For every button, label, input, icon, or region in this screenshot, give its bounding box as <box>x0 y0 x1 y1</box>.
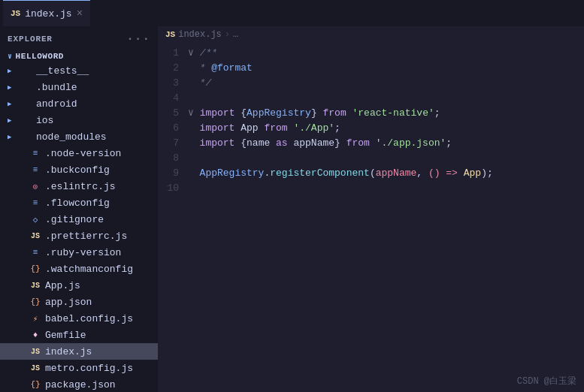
code-line-7: import {name as appName} from './app.jso… <box>188 136 569 151</box>
token: appName <box>293 137 334 149</box>
code-line-6: import App from './App'; <box>188 121 569 136</box>
token: } <box>334 137 340 149</box>
sidebar-file--watchmanconfig[interactable]: {}.watchmanconfig <box>0 261 158 277</box>
section-label: HELLOWORD <box>16 52 64 61</box>
token: ; <box>434 107 440 119</box>
folder-chevron-icon: ▶ <box>8 116 17 125</box>
main-layout: Explorer ··· ∨ HELLOWORD ▶__tests__▶.bun… <box>0 26 584 392</box>
sidebar-file--eslintrc-js[interactable]: ⊙.eslintrc.js <box>0 178 158 194</box>
file-name: android <box>36 98 77 110</box>
line-number-10: 10 <box>158 181 179 196</box>
file-icon: ⚡ <box>30 314 41 324</box>
token <box>188 167 200 179</box>
file-icon: ≡ <box>30 198 41 207</box>
token: ∨ <box>188 47 200 59</box>
code-line-5: ∨ import {AppRegistry} from 'react-nativ… <box>188 106 569 121</box>
sidebar-file-android[interactable]: ▶android <box>0 95 158 112</box>
line-number-1: 1 <box>158 46 179 61</box>
token: appName <box>376 167 417 179</box>
token: * <box>188 62 211 74</box>
file-icon: ≡ <box>30 165 41 174</box>
token: { <box>241 137 247 149</box>
code-line-1: ∨ /** <box>188 46 569 61</box>
file-icon: JS <box>30 364 41 372</box>
code-line-9: AppRegistry.registerComponent(appName, (… <box>188 166 569 181</box>
breadcrumb: JS index.js › … <box>158 26 584 43</box>
tab-index-js[interactable]: JS index.js × <box>3 0 90 26</box>
file-name: .prettierrc.js <box>45 231 127 242</box>
file-icon: {} <box>30 297 41 306</box>
file-icon: {} <box>30 264 41 273</box>
line-number-4: 4 <box>158 91 179 106</box>
sidebar-file--ruby-version[interactable]: ≡.ruby-version <box>0 244 158 261</box>
file-name: .gitignore <box>45 214 104 225</box>
file-icon: {} <box>30 380 41 389</box>
file-name: __tests__ <box>36 65 89 77</box>
token: App <box>241 122 258 134</box>
sidebar-file-Gemfile[interactable]: ♦Gemfile <box>0 327 158 343</box>
file-name: babel.config.js <box>45 313 133 324</box>
file-icon: ≡ <box>30 248 41 257</box>
token: ∨ <box>188 107 200 119</box>
sidebar-file-App-js[interactable]: JSApp.js <box>0 277 158 294</box>
folder-chevron-icon: ▶ <box>8 133 17 141</box>
token: registerComponent <box>270 167 370 179</box>
folder-chevron-icon: ▶ <box>8 83 17 92</box>
sidebar-menu-button[interactable]: ··· <box>126 32 150 46</box>
token: import <box>200 107 241 119</box>
code-line-2: * @format <box>188 61 569 76</box>
tab-close-button[interactable]: × <box>77 8 83 19</box>
sidebar-file--flowconfig[interactable]: ≡.flowconfig <box>0 194 158 211</box>
file-icon: JS <box>30 232 41 240</box>
token: } <box>311 107 317 119</box>
sidebar-file-babel-config-js[interactable]: ⚡babel.config.js <box>0 310 158 327</box>
sidebar-file-ios[interactable]: ▶ios <box>0 112 158 128</box>
sidebar-file-package-json[interactable]: {}package.json <box>0 376 158 392</box>
sidebar-file-app-json[interactable]: {}app.json <box>0 294 158 310</box>
token: AppRegistry <box>247 107 311 119</box>
token: 'react-native' <box>353 107 434 119</box>
sidebar-file--prettierrc-js[interactable]: JS.prettierrc.js <box>0 228 158 244</box>
token: , <box>416 167 428 179</box>
sidebar-file--buckconfig[interactable]: ≡.buckconfig <box>0 161 158 178</box>
sidebar-file--gitignore[interactable]: ◇.gitignore <box>0 211 158 228</box>
code-area[interactable]: 12345678910 ∨ /** * @format */ ∨ import … <box>158 43 584 392</box>
file-icon: ◇ <box>30 215 41 225</box>
token: import <box>200 122 241 134</box>
file-name: .watchmanconfig <box>45 264 133 275</box>
line-number-9: 9 <box>158 166 179 181</box>
token: './app.json' <box>376 137 446 149</box>
folder-chevron-icon: ▶ <box>8 67 17 75</box>
sidebar-file--node-version[interactable]: ≡.node-version <box>0 145 158 161</box>
file-name: ios <box>36 115 53 126</box>
code-line-10 <box>188 181 569 196</box>
sidebar-file---tests--[interactable]: ▶__tests__ <box>0 62 158 79</box>
file-name: App.js <box>45 280 80 291</box>
token: ( <box>370 167 376 179</box>
token: from <box>259 122 294 134</box>
file-icon: JS <box>30 348 41 356</box>
file-icon: ⊙ <box>30 182 41 191</box>
sidebar-file-index-js[interactable]: JSindex.js <box>0 343 158 360</box>
token: name <box>247 137 270 149</box>
breadcrumb-separator: › <box>225 29 230 40</box>
token <box>188 122 200 134</box>
token: ; <box>334 122 340 134</box>
line-number-6: 6 <box>158 121 179 136</box>
file-name: .buckconfig <box>45 164 110 176</box>
breadcrumb-ellipsis: … <box>233 29 238 40</box>
code-line-3: */ <box>188 76 569 91</box>
sidebar-file-node-modules[interactable]: ▶node_modules <box>0 128 158 145</box>
sidebar-file-metro-config-js[interactable]: JSmetro.config.js <box>0 360 158 376</box>
file-name: Gemfile <box>45 330 86 341</box>
file-name: index.js <box>45 346 92 357</box>
line-number-7: 7 <box>158 136 179 151</box>
line-number-3: 3 <box>158 76 179 91</box>
file-name: .ruby-version <box>45 247 121 258</box>
token: ; <box>446 137 452 149</box>
sidebar-section[interactable]: ∨ HELLOWORD <box>0 49 158 62</box>
file-name: .node-version <box>45 148 121 159</box>
line-number-8: 8 <box>158 151 179 166</box>
sidebar-file--bundle[interactable]: ▶.bundle <box>0 79 158 95</box>
token: /** <box>200 47 217 59</box>
